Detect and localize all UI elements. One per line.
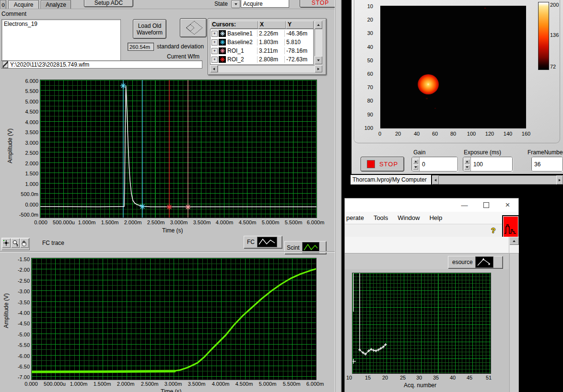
cursor-row[interactable]: +ROI_22.808m-72.63m	[211, 55, 313, 64]
load-old-line2: Waveform	[137, 29, 163, 36]
acq-graph-plot[interactable]	[352, 273, 491, 374]
comment-label: Comment	[1, 11, 26, 17]
path-type-icon	[2, 61, 8, 68]
esource-legend[interactable]: esource	[448, 256, 503, 268]
vscroll-up-button[interactable]	[509, 237, 519, 245]
gain-spinner[interactable]: 0	[411, 157, 458, 172]
gain-spin-arrows[interactable]	[412, 157, 420, 171]
cursor-legend-panel: Cursors: X Y +Baseline12.226m-46.36m+Bas…	[208, 18, 327, 75]
close-button[interactable]: ×	[497, 198, 518, 212]
current-wfm-label: Current Wfm	[167, 53, 199, 60]
hscroll-right-button[interactable]	[556, 175, 563, 184]
menu-bar: perate Tools Window Help	[345, 212, 518, 224]
tab-clipped[interactable]: o	[0, 0, 6, 9]
cursor-y-value: 5.810	[284, 39, 312, 46]
hand-icon	[21, 240, 28, 246]
panel-right-edge	[335, 0, 341, 392]
trace-svg	[40, 80, 317, 218]
arrow-down-icon	[317, 59, 320, 61]
acq-graph-xlabel: Acq. number	[382, 382, 458, 389]
expand-icon[interactable]: +	[211, 48, 218, 54]
scint-legend-label: Scint	[287, 244, 300, 251]
exposure-value[interactable]: 100	[471, 157, 512, 171]
cursor-x-value: 2.808m	[257, 56, 284, 63]
cursor-y-value: -78.16m	[284, 47, 312, 54]
fc-trace-style-icon	[257, 237, 277, 247]
cursor-hscroll-track[interactable]	[218, 65, 315, 72]
cursor-name: ROI_1	[227, 47, 257, 54]
esource-trace-style-icon	[475, 256, 493, 268]
state-dropdown[interactable]: Acquire	[241, 0, 289, 8]
fc-legend[interactable]: FC	[244, 236, 282, 248]
fc-graph-plot[interactable]	[40, 80, 317, 218]
vscroll-thumb[interactable]	[509, 253, 519, 392]
expand-icon[interactable]: +	[211, 31, 218, 37]
menu-window[interactable]: Window	[393, 214, 424, 221]
cursor-row[interactable]: +ROI_13.211m-78.16m	[211, 46, 313, 55]
acquisition-vi-panel: o Acquire Analyze Setup ADC State Acquir…	[0, 0, 342, 392]
load-old-waveform-button[interactable]: Load Old Waveform	[133, 19, 166, 39]
arrow-right-icon	[559, 179, 561, 182]
cursor-row[interactable]: +Baseline12.226m-46.36m	[211, 29, 313, 38]
hscroll-left-button[interactable]	[432, 175, 439, 184]
exposure-spinner[interactable]: 100	[463, 157, 513, 172]
state-dropdown-knob[interactable]	[231, 0, 240, 8]
thorcam-stop-button[interactable]: STOP	[361, 157, 404, 172]
menu-help[interactable]: Help	[424, 214, 447, 221]
cursor-row[interactable]: +Baseline21.803m5.810	[211, 38, 313, 46]
arrow-down-icon	[466, 166, 469, 168]
context-help-icon[interactable]: ?	[491, 226, 495, 234]
cursor-scroll-right-button[interactable]	[315, 65, 322, 72]
load-old-line1: Load Old	[138, 23, 162, 29]
cursor-scroll-down-button[interactable]	[315, 56, 322, 64]
maximize-icon	[483, 202, 489, 208]
tab-acquire[interactable]: Acquire	[8, 0, 39, 9]
pan-tool-button[interactable]	[20, 238, 29, 248]
setup-adc-button[interactable]: Setup ADC	[84, 0, 133, 7]
minimize-button[interactable]: —	[454, 198, 475, 212]
hscroll-track[interactable]	[439, 175, 556, 184]
panel-white-strip	[345, 237, 509, 253]
execution-target-indicator[interactable]: Thorcam.lvproj/My Computer	[350, 174, 432, 185]
tab-analyze[interactable]: Analyze	[41, 0, 71, 9]
cursor-color-chip	[219, 39, 226, 46]
camera-image[interactable]	[380, 6, 526, 128]
state-label: State	[214, 0, 228, 7]
cursor-y-value: -72.63m	[284, 56, 312, 63]
maximize-button[interactable]	[475, 198, 497, 212]
exposure-spin-arrows[interactable]	[463, 157, 471, 171]
menu-operate-clipped[interactable]: perate	[345, 214, 369, 221]
scint-graph-plot[interactable]	[31, 258, 317, 380]
cursor-color-chip	[219, 30, 226, 37]
std-deviation-value: 260.54m	[128, 43, 154, 51]
expand-icon[interactable]: +	[211, 57, 218, 63]
crosshair-icon	[3, 240, 10, 246]
window-vscroll[interactable]	[509, 237, 519, 392]
cursor-vscroll-track[interactable]	[315, 29, 322, 56]
tab-clipped-label: o	[1, 1, 5, 8]
arrow-up-icon	[466, 160, 469, 162]
thorcam-stop-label: STOP	[379, 161, 398, 168]
expand-icon[interactable]: +	[211, 39, 218, 46]
wfm-path-field[interactable]: Y:\2020\11\23\202815.749.wfm	[1, 60, 202, 69]
fc-trace-label: FC trace	[42, 240, 64, 246]
arrow-up-icon	[317, 23, 320, 25]
arrow-up-icon	[513, 240, 516, 242]
diamond-icon	[182, 20, 205, 36]
cursor-scroll-left-button[interactable]	[210, 65, 218, 72]
frame-number-indicator: 36	[531, 157, 563, 172]
cursor-scroll-up-button[interactable]	[315, 21, 322, 29]
vi-icon[interactable]	[503, 216, 519, 238]
xy-diamond-button[interactable]	[180, 18, 207, 37]
cursor-x-value: 1.803m	[257, 39, 284, 46]
legend-band: esource	[345, 253, 509, 269]
cursor-col-name: Cursors:	[210, 21, 258, 29]
comment-input[interactable]: Electrons_19	[1, 19, 121, 61]
stop-square-icon	[367, 160, 375, 168]
menu-tools[interactable]: Tools	[369, 214, 393, 221]
cursor-tool-button[interactable]	[2, 238, 11, 248]
thorcam-window: STOP Gain 0 Exposure (ms) 100 FrameNumbe…	[342, 0, 563, 198]
arrow-up-icon	[414, 160, 417, 162]
gain-value[interactable]: 0	[420, 157, 457, 171]
zoom-tool-button[interactable]	[11, 238, 20, 248]
